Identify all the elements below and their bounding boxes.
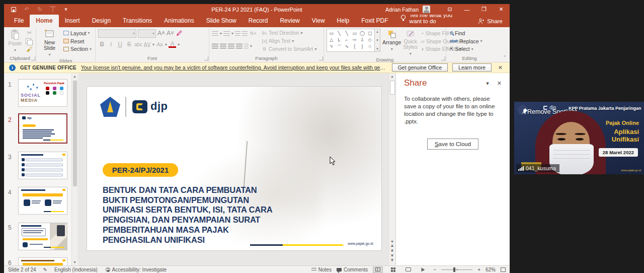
shape-freeform-icon[interactable]: ϟ <box>330 44 333 50</box>
find-button[interactable]: Find <box>449 29 484 37</box>
new-slide-button[interactable]: New Slide▾ <box>39 29 60 57</box>
tab-view[interactable]: View <box>306 15 331 27</box>
learn-more-button[interactable]: Learn more <box>452 63 492 72</box>
share-pane-close-icon[interactable]: ✕ <box>497 80 502 87</box>
slide-thumbnail-1[interactable]: SOCIALMEDIA Penyuluh Pajak <box>18 79 67 107</box>
cut-icon[interactable]: ✂ <box>26 29 33 36</box>
previous-slide-icon[interactable]: ▲▲ <box>389 243 395 252</box>
pen-icon[interactable]: ✎ <box>43 267 47 272</box>
tab-foxit-pdf[interactable]: Foxit PDF <box>355 15 394 27</box>
shape-textbox-icon[interactable]: ▭ <box>329 31 334 36</box>
notes-button[interactable]: Notes <box>311 267 332 272</box>
character-spacing-icon[interactable]: A̲V̲ <box>143 42 151 47</box>
format-painter-icon[interactable]: 🖌 <box>26 46 33 53</box>
font-color-icon[interactable]: A <box>169 41 176 48</box>
columns-icon[interactable] <box>244 44 249 48</box>
editor-scrollbar[interactable]: ▲ ▼ ▲▲ ▼▼ <box>388 73 395 265</box>
tab-review[interactable]: Review <box>274 15 305 27</box>
increase-font-size-icon[interactable]: A˄ <box>157 30 165 37</box>
share-pane-chevron-down-icon[interactable]: ▾ <box>486 80 489 87</box>
layout-button[interactable]: Layout▾ <box>62 29 93 37</box>
slide-thumbnail-6[interactable] <box>18 257 67 265</box>
text-direction-button[interactable]: ‖AText Direction▾ <box>261 29 317 37</box>
zoom-slider[interactable] <box>441 269 472 270</box>
editor-scroll-up-icon[interactable]: ▲ <box>389 73 395 80</box>
shape-arrow-icon[interactable]: ╲ <box>346 31 348 36</box>
shape-curve-icon[interactable]: ∿ <box>345 44 349 50</box>
shape-brace-right-icon[interactable]: } <box>361 44 363 50</box>
bold-button[interactable]: B <box>98 41 106 48</box>
shape-corner-icon[interactable]: ⌐ <box>346 37 348 42</box>
tab-file[interactable]: File <box>8 15 30 27</box>
shape-triangle-icon[interactable]: △ <box>330 37 333 42</box>
section-button[interactable]: Section▾ <box>62 45 93 53</box>
paste-button[interactable]: Paste▾ <box>7 29 24 53</box>
change-case-icon[interactable]: Aa <box>156 42 164 47</box>
undo-icon[interactable]: ↶ <box>23 7 30 13</box>
slide-thumbnail-5[interactable] <box>18 223 67 250</box>
shape-down-arrow-icon[interactable]: ⇩ <box>360 37 364 42</box>
shape-callout-icon[interactable]: ◇ <box>368 37 372 42</box>
align-center-icon[interactable] <box>220 44 226 48</box>
video-overlay[interactable]: djp KPP Pratama Jakarta Penjaringan Remo… <box>514 102 644 174</box>
increase-indent-icon[interactable] <box>242 31 248 36</box>
clear-formatting-icon[interactable]: 🖉 <box>176 30 183 37</box>
slide-sorter-view-button[interactable] <box>388 266 398 273</box>
save-to-cloud-button[interactable]: Save to Cloud <box>427 139 478 150</box>
italic-button[interactable]: I <box>107 41 115 48</box>
drawing-dialog-launcher-icon[interactable] <box>441 56 445 60</box>
replace-button[interactable]: ab⇄Replace▾ <box>449 37 484 45</box>
thumb-scroll-up-icon[interactable]: ▲ <box>72 73 78 80</box>
quick-styles-button[interactable]: Quick Styles▾ <box>403 29 418 56</box>
shape-rectangle-icon[interactable]: ▭ <box>352 31 357 36</box>
thumb-scroll-thumb[interactable] <box>73 81 77 186</box>
get-genuine-office-button[interactable]: Get genuine Office <box>392 63 448 72</box>
shape-star-icon[interactable]: ☆ <box>368 44 372 50</box>
font-size-combobox[interactable]: ▾ <box>138 29 156 38</box>
qat-customize-icon[interactable]: ▾ <box>62 7 69 13</box>
slide-canvas[interactable]: djp PER-24/PJ/2021 BENTUK DAN TATA CARA … <box>87 86 382 251</box>
comments-button[interactable]: Comments <box>337 267 368 272</box>
restore-button[interactable]: ❐ <box>475 4 493 15</box>
tab-animations[interactable]: Animations <box>158 15 200 27</box>
bullets-icon[interactable] <box>212 31 218 36</box>
slide-title[interactable]: BENTUK DAN TATA CARA PEMBUATAN BUKTI PEM… <box>103 185 299 245</box>
reading-view-button[interactable] <box>403 266 413 273</box>
tab-design[interactable]: Design <box>86 15 117 27</box>
avatar[interactable] <box>423 6 430 13</box>
shape-arc-icon[interactable]: ⌒ <box>337 44 341 50</box>
copy-icon[interactable] <box>26 38 31 44</box>
thumb-scroll-down-icon[interactable]: ▼ <box>72 259 78 265</box>
zoom-in-icon[interactable]: + <box>477 267 480 272</box>
redo-icon[interactable]: ↻ <box>36 7 43 13</box>
reset-button[interactable]: Reset <box>62 37 93 45</box>
align-right-icon[interactable] <box>228 44 234 48</box>
shape-gallery[interactable]: ▭╲╲▭◯▢ △L⌐⇨⇩◇ ϟ⌒∿{}☆ ▲▼▼̲ <box>327 29 380 52</box>
shape-brace-left-icon[interactable]: { <box>354 44 355 50</box>
shape-l-icon[interactable]: L <box>338 37 340 42</box>
select-button[interactable]: ⇱Select▾ <box>449 45 484 53</box>
share-button[interactable]: Share <box>471 16 510 27</box>
normal-view-button[interactable] <box>373 266 383 273</box>
slide-thumbnail-3[interactable] <box>18 152 67 179</box>
close-button[interactable]: ✕ <box>493 4 510 15</box>
tab-slide-show[interactable]: Slide Show <box>200 15 243 27</box>
numbering-icon[interactable] <box>223 31 230 36</box>
tab-record[interactable]: Record <box>243 15 274 27</box>
font-name-combobox[interactable]: ▾ <box>98 29 136 38</box>
fit-to-window-icon[interactable] <box>501 267 506 272</box>
tab-help[interactable]: Help <box>331 15 356 27</box>
decrease-indent-icon[interactable] <box>235 31 240 36</box>
slide-thumbnail-2[interactable]: djp <box>18 113 67 144</box>
account-name[interactable]: Adrian Fathan <box>385 7 419 13</box>
line-spacing-icon[interactable]: ⇅≡ <box>249 31 257 36</box>
clipboard-dialog-launcher-icon[interactable] <box>31 56 35 60</box>
shape-line-icon[interactable]: ╲ <box>338 31 340 36</box>
arrange-button[interactable]: Arrange▾ <box>382 29 401 52</box>
minimize-button[interactable]: — <box>458 4 475 15</box>
slideshow-view-button[interactable] <box>418 266 428 273</box>
underline-button[interactable]: U <box>116 41 124 48</box>
strikethrough-button[interactable]: S <box>125 41 133 48</box>
collapse-ribbon-icon[interactable]: ⌃ <box>503 55 507 60</box>
paragraph-dialog-launcher-icon[interactable] <box>319 56 323 60</box>
